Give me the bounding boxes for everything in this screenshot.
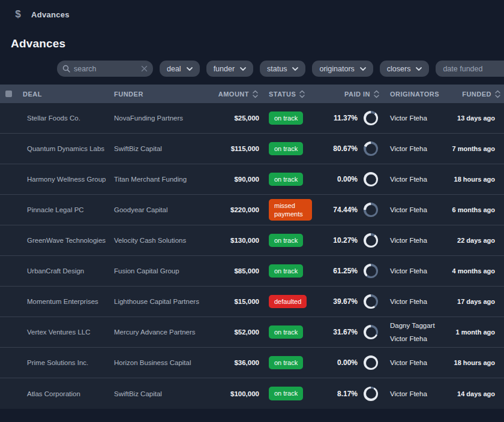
- amount-value: $85,000: [212, 267, 259, 275]
- clear-search-icon[interactable]: [141, 65, 148, 72]
- search-box[interactable]: [57, 61, 153, 77]
- sort-icon: [253, 90, 258, 98]
- amount-value: $115,000: [212, 145, 259, 152]
- chevron-down-icon: [240, 67, 246, 71]
- table-row[interactable]: Prime Solutions Inc. Horizon Business Ca…: [0, 348, 504, 378]
- table-row[interactable]: UrbanCraft Design Fusion Capital Group $…: [0, 256, 504, 287]
- search-input[interactable]: [74, 65, 141, 73]
- progress-ring-wrap: [358, 355, 384, 370]
- status-cell: on track: [259, 356, 317, 369]
- amount-value: $90,000: [212, 176, 259, 183]
- dollar-logo-icon: $: [12, 8, 24, 20]
- originators-cell: Victor Fteha: [384, 144, 447, 153]
- column-label: FUNDER: [114, 91, 143, 98]
- filter-closers-label: closers: [387, 65, 411, 73]
- originator-name: Victor Fteha: [390, 267, 447, 275]
- filter-deal-dropdown[interactable]: deal: [160, 61, 200, 77]
- originators-cell: Victor Fteha: [384, 174, 447, 184]
- column-header-deal[interactable]: DEAL: [18, 91, 109, 98]
- originator-name: Victor Fteha: [390, 145, 447, 152]
- paid-in-percent: 74.44%: [317, 206, 358, 214]
- status-badge: missed payments: [269, 199, 312, 221]
- status-badge: on track: [269, 387, 303, 400]
- status-cell: on track: [259, 234, 317, 247]
- sort-icon: [374, 90, 379, 98]
- progress-ring-wrap: [358, 141, 384, 156]
- progress-ring: [364, 264, 378, 278]
- column-header-funder[interactable]: FUNDER: [109, 91, 212, 98]
- table-row[interactable]: Vertex Ventures LLC Mercury Advance Part…: [0, 317, 504, 348]
- sort-status-button[interactable]: [299, 90, 305, 98]
- top-nav: $ Advances: [0, 0, 504, 29]
- chevron-down-icon: [416, 67, 422, 71]
- page-title: Advances: [0, 29, 504, 50]
- originator-name: Victor Fteha: [390, 335, 447, 342]
- filter-funder-dropdown[interactable]: funder: [206, 61, 253, 77]
- column-header-status[interactable]: STATUS: [259, 90, 317, 98]
- paid-in-cell: 10.27%: [317, 233, 384, 248]
- date-funded-input[interactable]: [436, 61, 504, 77]
- progress-ring-wrap: [358, 233, 384, 248]
- paid-in-cell: 31.67%: [317, 325, 384, 339]
- sort-amount-button[interactable]: [253, 90, 258, 98]
- filter-funder-label: funder: [214, 65, 235, 73]
- column-header-amount[interactable]: AMOUNT: [212, 90, 259, 98]
- funded-date: 13 days ago: [447, 114, 504, 122]
- deal-name: Quantum Dynamics Labs: [18, 145, 109, 152]
- amount-value: $220,000: [212, 206, 259, 213]
- paid-in-percent: 80.67%: [317, 144, 358, 153]
- chevron-down-icon: [360, 67, 366, 71]
- funded-date: 7 months ago: [447, 145, 504, 152]
- amount-value: $52,000: [212, 328, 259, 336]
- filter-originators-dropdown[interactable]: originators: [312, 61, 373, 77]
- status-cell: defaulted: [259, 295, 317, 308]
- status-badge: on track: [269, 142, 303, 155]
- table-row[interactable]: Harmony Wellness Group Titan Merchant Fu…: [0, 164, 504, 195]
- paid-in-cell: 0.00%: [317, 355, 384, 370]
- progress-ring-wrap: [358, 387, 384, 401]
- column-header-originators: ORIGINATORS: [384, 91, 447, 98]
- funder-name: NovaFunding Partners: [109, 114, 212, 122]
- chevron-down-icon: [292, 67, 298, 71]
- funded-date: 4 months ago: [447, 267, 504, 275]
- status-badge: on track: [269, 173, 303, 186]
- funded-date: 6 months ago: [447, 206, 504, 213]
- paid-in-percent: 39.67%: [317, 297, 358, 306]
- paid-in-percent: 61.25%: [317, 267, 358, 275]
- paid-in-percent: 0.00%: [317, 175, 358, 183]
- funder-name: Fusion Capital Group: [109, 267, 212, 275]
- table-row[interactable]: GreenWave Technologies Velocity Cash Sol…: [0, 225, 504, 256]
- filter-bar: deal funder status originators closers: [57, 61, 504, 77]
- progress-ring-wrap: [358, 172, 384, 186]
- column-header-paid-in[interactable]: PAID IN: [317, 90, 384, 98]
- sort-funded-button[interactable]: [495, 90, 500, 98]
- select-all-checkbox[interactable]: [5, 91, 12, 97]
- paid-in-cell: 0.00%: [317, 172, 384, 186]
- amount-value: $100,000: [212, 390, 259, 397]
- sort-paid-in-button[interactable]: [374, 90, 379, 98]
- table-row[interactable]: Pinnacle Legal PC Goodyear Capital $220,…: [0, 195, 504, 225]
- progress-ring: [364, 355, 378, 370]
- status-cell: on track: [259, 142, 317, 155]
- paid-in-percent: 8.17%: [317, 390, 358, 398]
- originator-name: Victor Fteha: [390, 298, 447, 305]
- nav-brand-label[interactable]: Advances: [31, 10, 70, 19]
- deal-name: Harmony Wellness Group: [18, 176, 109, 183]
- column-header-funded[interactable]: FUNDED: [447, 90, 504, 98]
- filter-closers-dropdown[interactable]: closers: [380, 61, 430, 77]
- status-badge: on track: [269, 356, 303, 369]
- table-row[interactable]: Atlas Corporation SwiftBiz Capital $100,…: [0, 378, 504, 409]
- funder-name: Titan Merchant Funding: [109, 176, 212, 183]
- originator-name: Victor Fteha: [390, 176, 447, 183]
- table-row[interactable]: Stellar Foods Co. NovaFunding Partners $…: [0, 103, 504, 134]
- funder-name: SwiftBiz Capital: [109, 390, 212, 397]
- table-row[interactable]: Momentum Enterprises Lighthouse Capital …: [0, 287, 504, 317]
- chevron-down-icon: [187, 67, 193, 71]
- filter-status-dropdown[interactable]: status: [260, 61, 305, 77]
- paid-in-percent: 10.27%: [317, 236, 358, 245]
- progress-ring: [364, 203, 378, 217]
- status-badge: on track: [269, 234, 303, 247]
- column-label: PAID IN: [344, 91, 370, 98]
- progress-ring: [364, 111, 378, 125]
- table-row[interactable]: Quantum Dynamics Labs SwiftBiz Capital $…: [0, 134, 504, 164]
